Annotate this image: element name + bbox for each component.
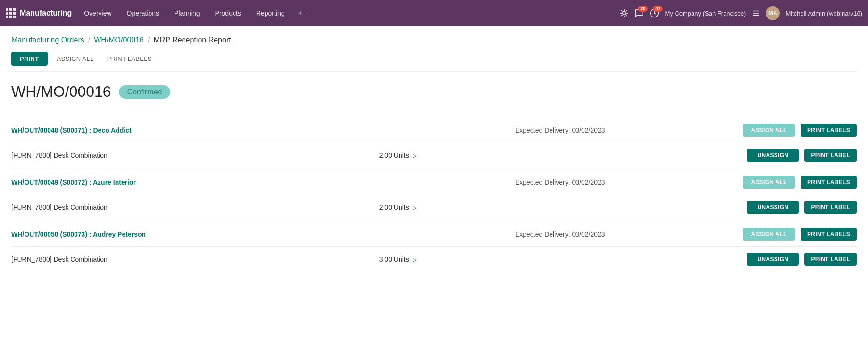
app-grid-icon bbox=[6, 8, 16, 18]
delivery-actions-1: ASSIGN ALL PRINT LABELS bbox=[743, 176, 857, 189]
delivery-header-2: WH/OUT/00050 (S00073) : Audrey Peterson … bbox=[11, 220, 857, 246]
print-labels-button[interactable]: PRINT LABELS bbox=[103, 52, 156, 66]
main-heading: WH/MO/00016 Confirmed bbox=[11, 83, 857, 101]
product-row-1-0: [FURN_7800] Desk Combination 2.00 Units … bbox=[11, 195, 857, 220]
top-navigation: Manufacturing Overview Operations Planni… bbox=[0, 0, 868, 26]
clock-badge: 42 bbox=[653, 6, 663, 12]
qty-value-2-0: 3.00 Units bbox=[379, 255, 409, 263]
print-labels-btn-2[interactable]: PRINT LABELS bbox=[801, 228, 857, 241]
print-button[interactable]: PRINT bbox=[11, 52, 48, 66]
breadcrumb-manufacturing-orders[interactable]: Manufacturing Orders bbox=[11, 36, 84, 44]
unassign-btn-0-0[interactable]: UNASSIGN bbox=[747, 149, 799, 162]
print-label-btn-1-0[interactable]: PRINT LABEL bbox=[804, 201, 857, 214]
breadcrumb: Manufacturing Orders / WH/MO/00016 / MRP… bbox=[11, 36, 857, 44]
breadcrumb-sep-2: / bbox=[148, 36, 150, 44]
delivery-actions-2: ASSIGN ALL PRINT LABELS bbox=[743, 228, 857, 241]
print-label-btn-0-0[interactable]: PRINT LABEL bbox=[804, 149, 857, 162]
qty-value-0-0: 2.00 Units bbox=[379, 152, 409, 159]
breadcrumb-sep-1: / bbox=[88, 36, 90, 44]
nav-operations[interactable]: Operations bbox=[120, 7, 166, 20]
product-name-1-0: [FURN_7800] Desk Combination bbox=[11, 203, 379, 211]
delivery-date-1: Expected Delivery: 03/02/2023 bbox=[377, 178, 743, 186]
status-badge: Confirmed bbox=[119, 85, 171, 99]
user-avatar[interactable]: MA bbox=[766, 6, 780, 20]
forecast-icon-2-0[interactable]: ▹ bbox=[413, 255, 417, 264]
delivery-actions-0: ASSIGN ALL PRINT LABELS bbox=[743, 124, 857, 137]
delivery-header-1: WH/OUT/00049 (S00072) : Azure Interior E… bbox=[11, 168, 857, 195]
product-actions-0-0: UNASSIGN PRINT LABEL bbox=[747, 149, 857, 162]
bug-icon-button[interactable] bbox=[619, 8, 629, 18]
print-labels-btn-0[interactable]: PRINT LABELS bbox=[801, 124, 857, 137]
svg-point-0 bbox=[623, 12, 626, 15]
unassign-btn-2-0[interactable]: UNASSIGN bbox=[747, 253, 799, 266]
assign-all-button[interactable]: ASSIGN ALL bbox=[53, 52, 98, 66]
delivery-title-0[interactable]: WH/OUT/00048 (S00071) : Deco Addict bbox=[11, 127, 377, 134]
qty-value-1-0: 2.00 Units bbox=[379, 203, 409, 211]
product-row-2-0: [FURN_7800] Desk Combination 3.00 Units … bbox=[11, 246, 857, 271]
breadcrumb-order-id[interactable]: WH/MO/00016 bbox=[94, 36, 144, 44]
nav-overview[interactable]: Overview bbox=[77, 7, 118, 20]
user-menu[interactable]: Mitchell Admin (webinarv16) bbox=[785, 10, 862, 17]
nav-add-button[interactable]: + bbox=[293, 7, 308, 20]
product-qty-2-0: 3.00 Units ▹ bbox=[379, 255, 747, 264]
chat-badge: 20 bbox=[638, 6, 648, 12]
company-selector[interactable]: My Company (San Francisco) bbox=[665, 10, 746, 17]
product-qty-0-0: 2.00 Units ▹ bbox=[379, 151, 747, 160]
nav-reporting[interactable]: Reporting bbox=[250, 7, 292, 20]
delivery-group-1: WH/OUT/00049 (S00072) : Azure Interior E… bbox=[11, 168, 857, 220]
product-name-0-0: [FURN_7800] Desk Combination bbox=[11, 152, 379, 159]
app-brand[interactable]: Manufacturing bbox=[6, 8, 72, 18]
delivery-group-2: WH/OUT/00050 (S00073) : Audrey Peterson … bbox=[11, 220, 857, 271]
forecast-icon-1-0[interactable]: ▹ bbox=[413, 203, 417, 212]
unassign-btn-1-0[interactable]: UNASSIGN bbox=[747, 201, 799, 214]
order-number: WH/MO/00016 bbox=[11, 83, 111, 101]
forecast-icon-0-0[interactable]: ▹ bbox=[413, 151, 417, 160]
print-label-btn-2-0[interactable]: PRINT LABEL bbox=[804, 253, 857, 266]
page-content: Manufacturing Orders / WH/MO/00016 / MRP… bbox=[0, 26, 868, 347]
clock-icon-button[interactable]: 42 bbox=[650, 8, 659, 18]
assign-all-btn-2[interactable]: ASSIGN ALL bbox=[743, 228, 795, 241]
app-name: Manufacturing bbox=[20, 9, 72, 17]
nav-products[interactable]: Products bbox=[209, 7, 248, 20]
product-actions-2-0: UNASSIGN PRINT LABEL bbox=[747, 253, 857, 266]
delivery-date-0: Expected Delivery: 03/02/2023 bbox=[377, 127, 743, 134]
delivery-title-2[interactable]: WH/OUT/00050 (S00073) : Audrey Peterson bbox=[11, 230, 377, 238]
delivery-header-0: WH/OUT/00048 (S00071) : Deco Addict Expe… bbox=[11, 116, 857, 143]
print-labels-btn-1[interactable]: PRINT LABELS bbox=[801, 176, 857, 189]
product-actions-1-0: UNASSIGN PRINT LABEL bbox=[747, 201, 857, 214]
delivery-group-0: WH/OUT/00048 (S00071) : Deco Addict Expe… bbox=[11, 116, 857, 168]
product-row-0-0: [FURN_7800] Desk Combination 2.00 Units … bbox=[11, 143, 857, 168]
settings-icon-button[interactable] bbox=[751, 9, 760, 17]
delivery-title-1[interactable]: WH/OUT/00049 (S00072) : Azure Interior bbox=[11, 178, 377, 186]
toolbar: PRINT ASSIGN ALL PRINT LABELS bbox=[11, 52, 857, 72]
product-name-2-0: [FURN_7800] Desk Combination bbox=[11, 255, 379, 263]
assign-all-btn-0[interactable]: ASSIGN ALL bbox=[743, 124, 795, 137]
breadcrumb-current: MRP Reception Report bbox=[153, 36, 231, 44]
product-qty-1-0: 2.00 Units ▹ bbox=[379, 203, 747, 212]
assign-all-btn-1[interactable]: ASSIGN ALL bbox=[743, 176, 795, 189]
chat-icon-button[interactable]: 20 bbox=[634, 8, 644, 18]
delivery-date-2: Expected Delivery: 03/02/2023 bbox=[377, 230, 743, 238]
topnav-right: 20 42 My Company (San Francisco) MA Mitc… bbox=[619, 6, 862, 20]
nav-planning[interactable]: Planning bbox=[167, 7, 207, 20]
delivery-groups: WH/OUT/00048 (S00071) : Deco Addict Expe… bbox=[11, 116, 857, 271]
